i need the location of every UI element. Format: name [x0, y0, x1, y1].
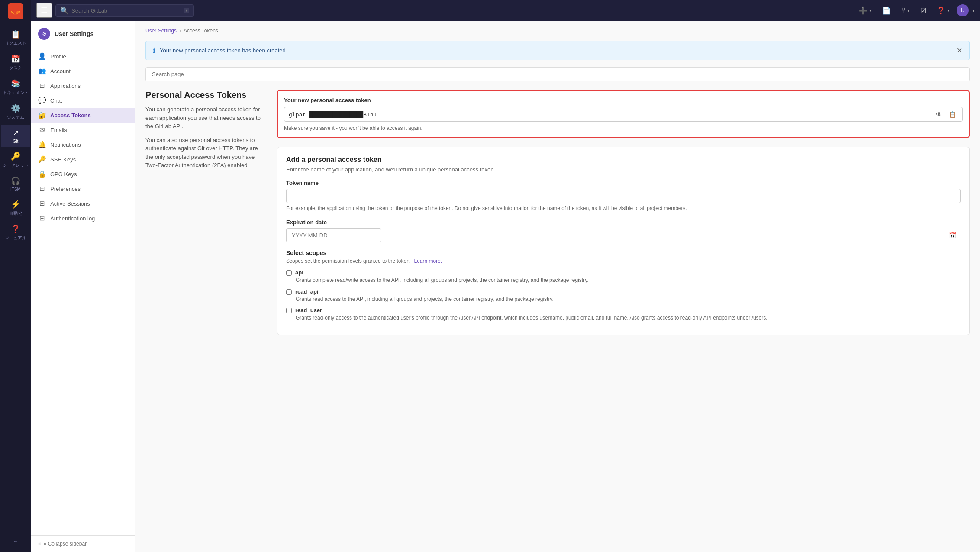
rail-item-request[interactable]: 📋リクエスト	[1, 26, 30, 50]
merge-requests-btn[interactable]: ⑂ ▾	[898, 5, 913, 16]
token-visibility-btn[interactable]: 👁	[934, 110, 944, 119]
expiration-group: Expiration date 📅	[286, 219, 961, 242]
token-name-input[interactable]	[286, 189, 961, 203]
hamburger-button[interactable]: ☰	[36, 3, 52, 18]
sidebar-item-active-sessions[interactable]: ⊞Active Sessions	[31, 196, 135, 211]
search-input[interactable]	[71, 7, 181, 14]
rail-item-itsm[interactable]: 🎧ITSM	[1, 173, 30, 195]
scope-checkbox-api[interactable]	[286, 270, 292, 276]
scope-desc-api: Grants complete read/write access to the…	[296, 277, 961, 284]
itsm-icon: 🎧	[11, 176, 20, 186]
scopes-desc: Scopes set the permission levels granted…	[286, 258, 961, 264]
chat-icon: 💬	[38, 97, 46, 104]
rail-bottom: ←	[10, 535, 21, 552]
manual-icon: ❓	[11, 224, 20, 234]
rail-item-document[interactable]: 📚ドキュメント	[1, 75, 30, 99]
user-avatar[interactable]: U	[957, 4, 969, 16]
token-name-group: Token name For example, the application …	[286, 180, 961, 212]
expiration-label: Expiration date	[286, 219, 961, 226]
gitlab-logo[interactable]	[8, 3, 23, 19]
system-label: システム	[7, 114, 24, 120]
access-tokens-icon: 🔐	[38, 111, 46, 119]
scope-checkbox-read_api[interactable]	[286, 289, 292, 295]
document-icon: 📚	[11, 79, 20, 88]
sidebar-item-profile[interactable]: 👤Profile	[31, 49, 135, 64]
sidebar-item-notifications[interactable]: 🔔Notifications	[31, 137, 135, 152]
rail-item-task[interactable]: 📅タスク	[1, 51, 30, 74]
sidebar-item-gpg-keys[interactable]: 🔒GPG Keys	[31, 167, 135, 181]
scope-item-api: api Grants complete read/write access to…	[286, 269, 961, 284]
task-icon: 📅	[11, 54, 20, 64]
scope-desc-read_user: Grants read-only access to the authentic…	[296, 314, 961, 322]
secret-label: シークレット	[3, 162, 29, 168]
rail-item-auto[interactable]: ⚡自動化	[1, 196, 30, 220]
avatar-chevron: ▾	[972, 8, 975, 13]
expiration-input[interactable]	[286, 228, 381, 242]
active-sessions-icon: ⊞	[38, 200, 46, 207]
breadcrumb-current: Access Tokens	[184, 28, 218, 34]
search-bar[interactable]: 🔍 /	[55, 4, 194, 17]
auth-log-icon: ⊞	[38, 214, 46, 222]
token-copy-btn[interactable]: 📋	[947, 110, 958, 119]
help-btn[interactable]: ❓ ▾	[933, 5, 953, 16]
token-prefix: glpat-	[289, 111, 309, 118]
request-icon: 📋	[11, 29, 20, 39]
rail-item-manual[interactable]: ❓マニュアル	[1, 221, 30, 245]
rail-item-system[interactable]: ⚙️システム	[1, 100, 30, 124]
sidebar-item-auth-log[interactable]: ⊞Authentication log	[31, 211, 135, 226]
two-col-layout: Personal Access Tokens You can generate …	[145, 90, 970, 335]
page-title: Personal Access Tokens	[145, 90, 267, 100]
notifications-label: Notifications	[50, 142, 81, 148]
sidebar-item-emails[interactable]: ✉Emails	[31, 123, 135, 137]
access-tokens-label: Access Tokens	[50, 112, 91, 119]
emails-icon: ✉	[38, 126, 46, 134]
rail-item-git[interactable]: ↗Git	[1, 125, 30, 147]
token-masked: ████████████████	[309, 111, 363, 118]
sidebar-item-chat[interactable]: 💬Chat	[31, 93, 135, 108]
form-desc: Enter the name of your application, and …	[286, 166, 961, 173]
task-label: タスク	[9, 65, 22, 71]
search-page-input[interactable]	[145, 67, 970, 81]
sidebar-item-ssh-keys[interactable]: 🔑SSH Keys	[31, 152, 135, 167]
collapse-icon: «	[38, 541, 41, 547]
token-suffix: 8TnJ	[363, 111, 377, 118]
token-name-label: Token name	[286, 180, 961, 186]
ssh-keys-label: SSH Keys	[50, 156, 76, 163]
sidebar-item-preferences[interactable]: ⊞Preferences	[31, 181, 135, 196]
manual-label: マニュアル	[5, 235, 26, 241]
form-title: Add a personal access token	[286, 156, 961, 164]
breadcrumb-parent[interactable]: User Settings	[145, 28, 177, 34]
sidebar-collapse-btn[interactable]: « « Collapse sidebar	[31, 535, 135, 552]
todos-btn[interactable]: ☑	[917, 5, 930, 16]
rail-collapse-btn[interactable]: ←	[10, 535, 21, 547]
sidebar-item-account[interactable]: 👥Account	[31, 64, 135, 78]
scopes-learn-more-link[interactable]: Learn more.	[414, 258, 442, 264]
profile-icon: 👤	[38, 52, 46, 60]
sidebar-header-icon: ⚙	[38, 28, 50, 40]
auth-log-label: Authentication log	[50, 215, 95, 222]
applications-label: Applications	[50, 83, 81, 89]
right-column: Your new personal access token glpat-███…	[277, 90, 970, 335]
snippets-btn[interactable]: 📄	[879, 5, 894, 16]
request-label: リクエスト	[5, 40, 26, 46]
ssh-keys-icon: 🔑	[38, 155, 46, 163]
secret-icon: 🔑	[11, 152, 20, 161]
sidebar-item-access-tokens[interactable]: 🔐Access Tokens	[31, 108, 135, 123]
new-item-btn[interactable]: ➕ ▾	[855, 5, 875, 16]
scope-name-read_user: read_user	[295, 307, 322, 313]
sidebar-title: User Settings	[55, 30, 93, 37]
alert-close-btn[interactable]: ✕	[957, 46, 962, 55]
rail-item-secret[interactable]: 🔑シークレット	[1, 148, 30, 172]
profile-label: Profile	[50, 53, 66, 60]
sidebar-item-applications[interactable]: ⊞Applications	[31, 78, 135, 93]
document-label: ドキュメント	[3, 90, 29, 96]
scope-desc-read_api: Grants read access to the API, including…	[296, 296, 961, 303]
token-box-title: Your new personal access token	[284, 97, 963, 103]
scopes-section: Select scopes Scopes set the permission …	[286, 249, 961, 322]
gpg-keys-icon: 🔒	[38, 170, 46, 178]
scope-checkbox-read_user[interactable]	[286, 308, 292, 313]
scope-name-api: api	[295, 269, 303, 276]
collapse-label: « Collapse sidebar	[44, 541, 87, 547]
system-icon: ⚙️	[11, 103, 20, 113]
breadcrumb-sep: ›	[179, 28, 181, 34]
